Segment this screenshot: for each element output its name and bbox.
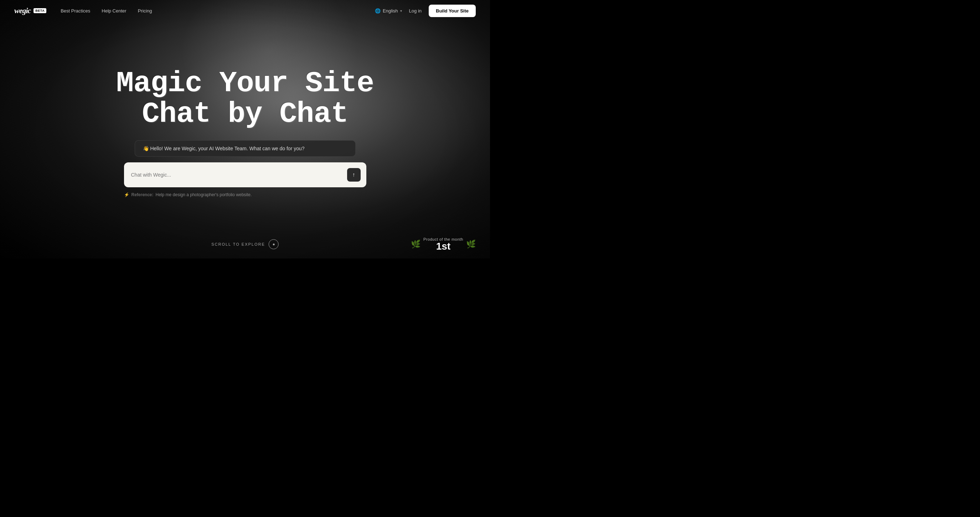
chat-input-container: ↑ xyxy=(124,162,366,187)
logo-text: wegic xyxy=(14,6,31,15)
reference-text: Help me design a photographer's portfoli… xyxy=(156,192,252,197)
greeting-text: 👋 Hello! We are Wegic, your AI Website T… xyxy=(143,146,305,151)
arrow-up-icon: ↑ xyxy=(352,171,355,178)
globe-icon: 🌐 xyxy=(375,8,380,14)
headline: Magic Your Site Chat by Chat xyxy=(116,68,374,130)
hero-section: wegic BETA Best Practices Help Center Pr… xyxy=(0,0,490,258)
navbar: wegic BETA Best Practices Help Center Pr… xyxy=(0,0,490,21)
potm-rank: 1st xyxy=(423,241,463,251)
logo-link[interactable]: wegic BETA xyxy=(14,6,46,15)
nav-best-practices[interactable]: Best Practices xyxy=(60,8,90,14)
nav-pricing[interactable]: Pricing xyxy=(138,8,152,14)
nav-right: 🌐 English ▾ Log in Build Your Site xyxy=(375,5,476,17)
potm-inner: 🌿 Product of the month 1st 🌿 xyxy=(411,237,476,251)
product-of-month-badge: 🌿 Product of the month 1st 🌿 xyxy=(411,237,476,251)
headline-line1: Magic Your Site xyxy=(116,68,374,99)
potm-text: Product of the month 1st xyxy=(423,237,463,251)
login-link[interactable]: Log in xyxy=(409,8,422,14)
chat-input[interactable] xyxy=(131,172,344,178)
beta-badge: BETA xyxy=(33,8,46,13)
reference-label: Reference: xyxy=(132,192,154,197)
main-content: Magic Your Site Chat by Chat 👋 Hello! We… xyxy=(0,14,490,258)
chat-submit-button[interactable]: ↑ xyxy=(347,168,361,182)
scroll-dot xyxy=(273,244,274,245)
scroll-circle xyxy=(269,239,279,249)
laurel-left-icon: 🌿 xyxy=(411,239,420,249)
chevron-down-icon: ▾ xyxy=(400,9,402,13)
language-label: English xyxy=(383,8,398,14)
bolt-icon: ⚡ xyxy=(124,192,129,197)
nav-links: Best Practices Help Center Pricing xyxy=(60,8,375,14)
scroll-label: SCROLL TO EXPLORE xyxy=(211,242,265,246)
build-site-button[interactable]: Build Your Site xyxy=(429,5,476,17)
language-selector[interactable]: 🌐 English ▾ xyxy=(375,8,402,14)
greeting-box: 👋 Hello! We are Wegic, your AI Website T… xyxy=(135,140,356,157)
headline-line2: Chat by Chat xyxy=(116,99,374,130)
nav-help-center[interactable]: Help Center xyxy=(102,8,126,14)
laurel-right-icon: 🌿 xyxy=(466,239,476,249)
reference-line: ⚡ Reference: Help me design a photograph… xyxy=(124,192,366,197)
scroll-cta[interactable]: SCROLL TO EXPLORE xyxy=(211,239,279,249)
